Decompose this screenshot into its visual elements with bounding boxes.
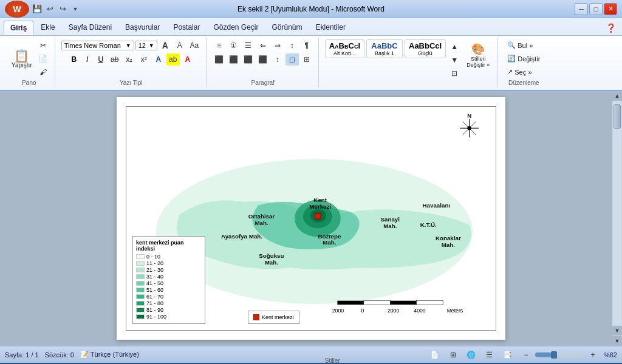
svg-text:Soğuksu: Soğuksu [259, 252, 284, 259]
font-shrink-button[interactable]: A [173, 39, 186, 52]
degistir-button[interactable]: 🔄 Değiştir [504, 53, 543, 64]
svg-text:Ayasofya Mah.: Ayasofya Mah. [221, 233, 262, 240]
clear-format-button[interactable]: Aa [188, 39, 201, 52]
help-icon[interactable]: ❓ [603, 21, 618, 35]
justify-button[interactable]: ⬛ [256, 53, 270, 66]
svg-text:Ortahisar: Ortahisar [248, 213, 275, 220]
text-effects-button[interactable]: A [152, 53, 165, 66]
redo-button[interactable]: ↪ [57, 4, 68, 15]
tab-sayfa-duzeni[interactable]: Sayfa Düzeni [63, 21, 118, 35]
style-baslik1[interactable]: AaBbC Başlık 1 [366, 39, 403, 58]
kes-button[interactable]: ✂ [36, 39, 50, 52]
quick-access-toolbar: 💾 ↩ ↪ ▼ [32, 4, 81, 15]
tab-gorunum[interactable]: Görünüm [266, 21, 309, 35]
ribbon-tabs: Giriş Ekle Sayfa Düzeni Başvurular Posta… [0, 18, 622, 35]
show-marks-button[interactable]: ¶ [300, 39, 313, 52]
quickaccess-more[interactable]: ▼ [70, 4, 81, 15]
language-icon: 📝 [80, 351, 89, 358]
font-selector[interactable]: Times New Roman ▼ [61, 41, 134, 50]
close-button[interactable]: ✕ [604, 3, 617, 15]
font-color-button[interactable]: A [181, 53, 194, 66]
yapistir-button[interactable]: 📋 Yapıştır [9, 48, 35, 70]
italic-button[interactable]: I [81, 53, 94, 66]
style-guclu[interactable]: AaBbCcI Güçlü [405, 39, 446, 58]
scroll-track[interactable] [613, 101, 621, 325]
scroll-down-arrow[interactable]: ▼ [612, 326, 622, 335]
tab-basvurular[interactable]: Başvurular [119, 21, 166, 35]
sec-button[interactable]: ↗ Seç » [504, 66, 543, 78]
strikethrough-button[interactable]: ab [108, 53, 121, 66]
view-web-button[interactable]: 🌐 [465, 349, 478, 361]
bul-button[interactable]: 🔍 Bul » [504, 39, 543, 51]
bullets-button[interactable]: ≡ [213, 39, 226, 52]
style-scroll-up[interactable]: ▲ [448, 41, 461, 53]
view-fullscreen-button[interactable]: ⊞ [446, 349, 460, 361]
svg-text:Mah.: Mah. [442, 241, 456, 248]
zoom-slider[interactable] [535, 352, 584, 357]
highlight-button[interactable]: ab [166, 53, 180, 66]
zoom-level: %62 [604, 351, 617, 359]
bicimlendirme-button[interactable]: 🖌 [36, 66, 50, 78]
undo-button[interactable]: ↩ [44, 4, 55, 15]
legend-item-3: 31 - 40 [136, 274, 202, 280]
svg-text:Boztepe: Boztepe [318, 233, 341, 240]
svg-text:Mah.: Mah. [383, 223, 397, 229]
borders-button[interactable]: ⊞ [300, 53, 313, 66]
pano-group: 📋 Yapıştır ✂ 📄 🖌 Pano [4, 38, 55, 87]
tab-giris[interactable]: Giriş [4, 21, 33, 35]
vertical-scrollbar[interactable]: ▲ ▼ ▼ [612, 91, 622, 346]
increase-indent-button[interactable]: ⇒ [271, 39, 284, 52]
tab-eklentiler[interactable]: Eklentiler [310, 21, 352, 35]
view-outline-button[interactable]: ☰ [483, 349, 496, 361]
shading-button[interactable]: ◻ [285, 53, 299, 66]
line-spacing-button[interactable]: ↕ [271, 53, 284, 66]
zoom-out-button[interactable]: − [519, 349, 533, 361]
scroll-page-down[interactable]: ▼ [612, 336, 622, 346]
decrease-indent-button[interactable]: ⇐ [256, 39, 270, 52]
align-center-button[interactable]: ⬛ [227, 53, 241, 66]
tab-ekle[interactable]: Ekle [35, 21, 61, 35]
svg-text:Havaalanı: Havaalanı [422, 202, 450, 209]
bold-button[interactable]: B [68, 53, 80, 66]
superscript-button[interactable]: x² [137, 53, 151, 66]
save-button[interactable]: 💾 [32, 4, 43, 15]
view-print-button[interactable]: 📄 [428, 349, 442, 361]
svg-text:Mah.: Mah. [265, 259, 279, 266]
sort-button[interactable]: ↕ [285, 39, 299, 52]
office-button[interactable]: W [5, 1, 29, 18]
svg-text:Kent: Kent [313, 197, 327, 203]
tab-gozden-gecir[interactable]: Gözden Geçir [207, 21, 264, 35]
kopyala-button[interactable]: 📄 [36, 53, 50, 65]
svg-text:Konaklar: Konaklar [436, 235, 461, 241]
multilevel-button[interactable]: ☰ [242, 39, 255, 52]
stiller-degistir-button[interactable]: 🎨 Stilleri Değiştir » [463, 41, 493, 70]
legend-item-5: 51 - 60 [136, 287, 202, 293]
subscript-button[interactable]: x₂ [123, 53, 136, 66]
tab-postalar[interactable]: Postalar [167, 21, 206, 35]
view-draft-button[interactable]: 📑 [501, 349, 514, 361]
minimize-button[interactable]: ─ [575, 3, 588, 15]
style-more[interactable]: ⊡ [448, 67, 461, 79]
font-size-selector[interactable]: 12 ▼ [135, 41, 157, 50]
legend-item-8: 81 - 90 [136, 307, 202, 313]
style-alt-konu[interactable]: AaBbCcI Alt Kon... [325, 39, 364, 58]
align-right-button[interactable]: ⬛ [242, 53, 255, 66]
scroll-thumb[interactable] [613, 104, 621, 129]
font-grow-button[interactable]: A [159, 39, 172, 52]
svg-point-10 [467, 126, 471, 130]
maximize-button[interactable]: □ [589, 3, 603, 15]
svg-rect-13 [390, 301, 416, 305]
align-left-button[interactable]: ⬛ [213, 53, 226, 66]
legend-title: kent merkezi puan indeksi [136, 240, 202, 252]
style-scroll-down[interactable]: ▼ [448, 54, 461, 66]
svg-text:2000: 2000 [388, 308, 399, 314]
svg-text:2000: 2000 [332, 308, 344, 314]
language-indicator[interactable]: 📝 Türkçe (Türkiye) [80, 351, 139, 359]
underline-button[interactable]: U [95, 53, 107, 66]
titlebar-title: Ek sekil 2 [Uyumluluk Modu] - Microsoft … [238, 5, 384, 13]
numbering-button[interactable]: ① [227, 39, 241, 52]
word-count: Sözcük: 0 [45, 351, 74, 359]
scroll-up-arrow[interactable]: ▲ [612, 91, 622, 101]
svg-text:Sanayi: Sanayi [381, 216, 400, 223]
zoom-in-button[interactable]: + [586, 349, 600, 361]
